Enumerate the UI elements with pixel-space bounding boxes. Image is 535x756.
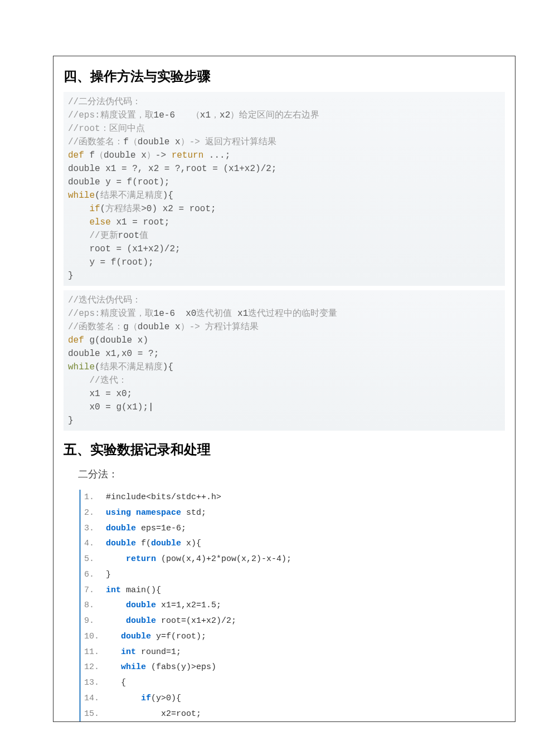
line-number: 9. <box>84 613 101 629</box>
line-content: double root=(x1+x2)/2; <box>101 613 236 629</box>
code-line: 6. } <box>81 567 505 583</box>
line-number: 8. <box>84 598 101 613</box>
code-line: 10. double y=f(root); <box>81 629 505 645</box>
line-content: x2=root; <box>101 706 201 722</box>
line-number: 1. <box>84 490 101 505</box>
line-content: using namespace std; <box>101 505 206 521</box>
line-number: 15. <box>84 706 101 722</box>
line-number: 6. <box>84 567 101 583</box>
code-line: 7. int main(){ <box>81 583 505 598</box>
line-content: double y=f(root); <box>101 629 206 645</box>
line-content: double f(double x){ <box>101 536 201 552</box>
code-line: 3. double eps=1e-6; <box>81 521 505 536</box>
line-number: 13. <box>84 675 101 691</box>
line-content: return (pow(x,4)+2*pow(x,2)-x-4); <box>101 552 291 567</box>
section-4-heading: 四、操作方法与实验步骤 <box>64 67 505 85</box>
line-content: double x1=1,x2=1.5; <box>101 598 221 613</box>
line-content: } <box>101 567 111 583</box>
code-line: 5. return (pow(x,4)+2*pow(x,2)-x-4); <box>81 552 505 567</box>
subsection-label-bisection: 二分法： <box>78 467 505 481</box>
code-line: 12. while (fabs(y)>eps) <box>81 660 505 675</box>
code-line: 9. double root=(x1+x2)/2; <box>81 613 505 629</box>
line-number: 3. <box>84 521 101 536</box>
code-line: 2. using namespace std; <box>81 505 505 521</box>
code-line: 14. if(y>0){ <box>81 691 505 706</box>
cpp-code-block: 1. #include<bits/stdc++.h>2. using names… <box>79 490 505 721</box>
pseudocode-bisection: //二分法伪代码：//eps:精度设置，取1e-6 （x1，x2）给定区间的左右… <box>64 92 505 286</box>
line-number: 12. <box>84 660 101 675</box>
line-content: double eps=1e-6; <box>101 521 186 536</box>
code-line: 11. int round=1; <box>81 645 505 660</box>
section-5-heading: 五、实验数据记录和处理 <box>64 441 505 459</box>
line-number: 5. <box>84 552 101 567</box>
document-page: 四、操作方法与实验步骤 //二分法伪代码：//eps:精度设置，取1e-6 （x… <box>53 56 515 722</box>
code-line: 15. x2=root; <box>81 706 505 722</box>
code-line: 13. { <box>81 675 505 691</box>
code-line: 1. #include<bits/stdc++.h> <box>81 490 505 505</box>
line-content: while (fabs(y)>eps) <box>101 660 216 675</box>
pseudocode-iteration: //迭代法伪代码：//eps:精度设置，取1e-6 x0迭代初值 x1迭代过程中… <box>64 290 505 431</box>
line-number: 14. <box>84 691 101 706</box>
code-line: 8. double x1=1,x2=1.5; <box>81 598 505 613</box>
line-content: int round=1; <box>101 645 181 660</box>
line-content: if(y>0){ <box>101 691 181 706</box>
code-line: 4. double f(double x){ <box>81 536 505 552</box>
line-content: int main(){ <box>101 583 161 598</box>
line-number: 2. <box>84 505 101 521</box>
line-number: 4. <box>84 536 101 552</box>
line-content: { <box>101 675 126 691</box>
line-content: #include<bits/stdc++.h> <box>101 490 221 505</box>
line-number: 7. <box>84 583 101 598</box>
line-number: 10. <box>84 629 101 645</box>
line-number: 11. <box>84 645 101 660</box>
